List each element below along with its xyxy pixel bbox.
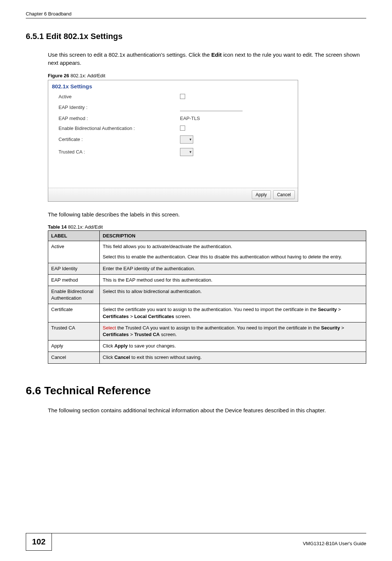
row-trusted-ca: Trusted CA : ▼ xyxy=(59,146,294,158)
dialog-title: 802.1x Settings xyxy=(48,80,298,92)
row-certificate: Certificate : ▼ xyxy=(59,133,294,146)
cell-label: Cancel xyxy=(48,352,100,363)
cell-label: EAP method xyxy=(48,274,100,286)
label-active: Active xyxy=(59,94,180,99)
dialog-802-1x-settings: 802.1x Settings Active EAP Identity : EA… xyxy=(48,80,298,202)
table-row: Trusted CA Select the Trusted CA you wan… xyxy=(48,322,366,340)
row-active: Active xyxy=(59,92,294,102)
table-row: Certificate Select the certificate you w… xyxy=(48,304,366,322)
cell-description: This field allows you to activate/deacti… xyxy=(100,241,366,263)
cell-label: EAP Identity xyxy=(48,263,100,274)
table-row: EAP method This is the EAP method used f… xyxy=(48,274,366,286)
row-enable-bidirectional: Enable Bidirectional Authentication : xyxy=(59,123,294,133)
heading-6-6: 6.6 Technical Reference xyxy=(26,384,366,397)
checkbox-enable-bidirectional[interactable] xyxy=(180,126,185,131)
cell-label: Enable Bidirectional Authentication xyxy=(48,286,100,304)
chevron-down-icon: ▼ xyxy=(189,150,192,154)
table-row: Cancel Click Cancel to exit this screen … xyxy=(48,352,366,363)
input-eap-identity[interactable] xyxy=(180,104,243,111)
label-eap-method: EAP method : xyxy=(59,116,180,121)
table-intro-text: The following table describes the labels… xyxy=(48,211,366,219)
label-trusted-ca: Trusted CA : xyxy=(59,149,180,155)
cancel-button[interactable]: Cancel xyxy=(273,190,295,199)
guide-name: VMG1312-B10A User's Guide xyxy=(303,538,366,546)
chevron-down-icon: ▼ xyxy=(189,138,192,141)
select-trusted-ca[interactable]: ▼ xyxy=(180,148,193,156)
cell-description: Enter the EAP identity of the authentica… xyxy=(100,263,366,274)
label-certificate: Certificate : xyxy=(59,137,180,142)
running-header: Chapter 6 Broadband xyxy=(26,11,366,18)
page-number: 102 xyxy=(26,533,52,551)
cell-description: Click Cancel to exit this screen without… xyxy=(100,352,366,363)
row-eap-identity: EAP Identity : xyxy=(59,102,294,113)
apply-button[interactable]: Apply xyxy=(252,190,271,199)
cell-description: Select the Trusted CA you want to assign… xyxy=(100,322,366,340)
col-header-label: LABEL xyxy=(48,231,100,241)
heading-6-5-1: 6.5.1 Edit 802.1x Settings xyxy=(26,32,366,41)
label-enable-bidirectional: Enable Bidirectional Authentication : xyxy=(59,126,180,131)
label-eap-identity: EAP Identity : xyxy=(59,105,180,110)
cell-label: Trusted CA xyxy=(48,322,100,340)
cell-description: Select this to allow bidirectional authe… xyxy=(100,286,366,304)
cell-label: Active xyxy=(48,241,100,263)
page-footer: 102 VMG1312-B10A User's Guide xyxy=(26,533,366,551)
table-14: LABEL DESCRIPTION Active This field allo… xyxy=(48,230,366,363)
cell-description: Select the certificate you want to assig… xyxy=(100,304,366,322)
cell-label: Certificate xyxy=(48,304,100,322)
section-6-6-body: The following section contains additiona… xyxy=(48,406,366,414)
table-row: Active This field allows you to activate… xyxy=(48,241,366,263)
value-eap-method: EAP-TLS xyxy=(180,116,200,121)
table-14-caption: Table 14 802.1x: Add/Edit xyxy=(48,224,366,230)
cell-description: This is the EAP method used for this aut… xyxy=(100,274,366,286)
checkbox-active[interactable] xyxy=(180,94,185,99)
dialog-footer: Apply Cancel xyxy=(48,188,298,201)
select-certificate[interactable]: ▼ xyxy=(180,135,193,144)
intro-paragraph: Use this screen to edit a 802.1x authent… xyxy=(48,51,366,67)
chapter-reference: Chapter 6 Broadband xyxy=(26,11,71,17)
table-row: Enable Bidirectional Authentication Sele… xyxy=(48,286,366,304)
row-eap-method: EAP method : EAP-TLS xyxy=(59,113,294,123)
figure-26-caption: Figure 26 802.1x: Add/Edit xyxy=(48,73,366,78)
col-header-description: DESCRIPTION xyxy=(100,231,366,241)
table-row: Apply Click Apply to save your changes. xyxy=(48,341,366,352)
cell-description: Click Apply to save your changes. xyxy=(100,341,366,352)
table-row: EAP Identity Enter the EAP identity of t… xyxy=(48,263,366,274)
cell-label: Apply xyxy=(48,341,100,352)
